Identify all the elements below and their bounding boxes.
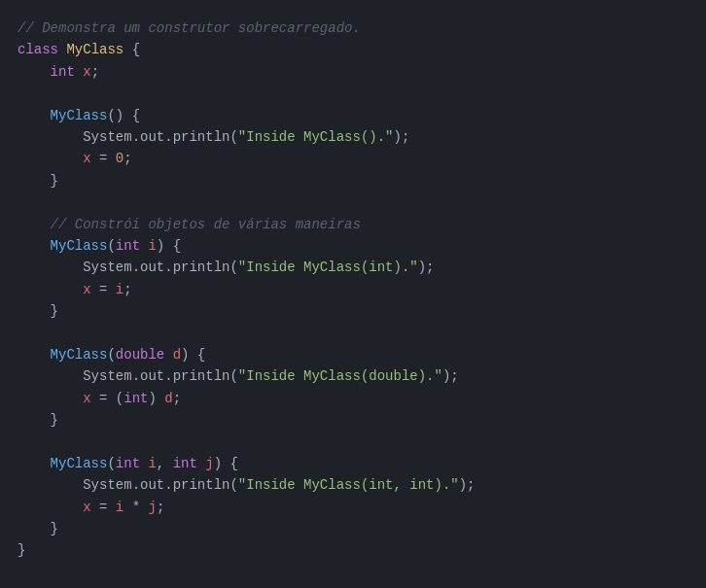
code-token: i (148, 235, 156, 257)
code-token (18, 61, 51, 83)
code-token: = (91, 279, 116, 300)
code-token: MyClass (51, 344, 108, 365)
code-token: x (83, 61, 90, 83)
code-token: i (116, 279, 124, 300)
code-line: MyClass(double d) { (16, 344, 690, 365)
code-token: System.out.println( (83, 126, 238, 148)
code-token (18, 497, 83, 518)
code-token: ) { (157, 235, 181, 257)
code-line: System.out.println("Inside MyClass(doubl… (16, 365, 690, 387)
code-line (16, 83, 690, 104)
code-token (18, 126, 83, 148)
code-token: // Constrói objetos de várias maneiras (51, 214, 361, 235)
code-line: System.out.println("Inside MyClass(int, … (16, 474, 690, 496)
code-token: "Inside MyClass(int, int)." (238, 474, 459, 496)
code-line: // Demonstra um construtor sobrecarregad… (16, 17, 690, 39)
code-token: ; (124, 148, 131, 169)
code-token: } (18, 518, 58, 539)
code-token: ; (157, 497, 164, 518)
code-line (16, 191, 690, 213)
code-token: ; (124, 279, 131, 300)
code-token: System.out.println( (83, 474, 238, 496)
code-token: , (157, 453, 173, 474)
code-token (18, 388, 83, 409)
code-line: // Constrói objetos de várias maneiras (16, 214, 690, 235)
code-token: ; (173, 388, 181, 409)
code-token: () { (107, 105, 140, 126)
code-token (197, 453, 205, 474)
code-token: MyClass (51, 235, 108, 257)
code-line: System.out.println("Inside MyClass(int).… (16, 257, 690, 278)
code-line: } (16, 170, 690, 191)
code-token: ) { (181, 344, 205, 365)
code-line: x = i * j; (16, 497, 690, 518)
code-token: int (116, 235, 140, 257)
code-token: "Inside MyClass(int)." (238, 257, 418, 278)
code-line: int x; (16, 61, 690, 83)
code-token: } (18, 539, 25, 561)
code-token: x (83, 497, 90, 518)
code-token (18, 235, 51, 257)
code-editor: // Demonstra um construtor sobrecarregad… (0, 10, 706, 570)
code-token: ( (107, 453, 115, 474)
code-token (18, 453, 51, 474)
code-token (18, 344, 51, 365)
code-token (18, 214, 51, 235)
code-token: class (18, 39, 58, 60)
code-token: "Inside MyClass()." (238, 126, 394, 148)
code-token: int (116, 453, 140, 474)
code-token: ); (418, 257, 435, 278)
code-token: MyClass (66, 39, 124, 60)
code-line: MyClass(int i, int j) { (16, 453, 690, 474)
code-token: = ( (91, 388, 124, 409)
code-token: ) { (214, 453, 238, 474)
code-token: ); (394, 126, 410, 148)
code-token (75, 61, 83, 83)
code-token: int (124, 388, 148, 409)
code-line: } (16, 409, 690, 431)
code-token (18, 279, 83, 300)
code-token (18, 474, 83, 496)
code-token: MyClass (51, 105, 108, 126)
code-token (18, 105, 51, 126)
code-token: System.out.println( (83, 257, 238, 278)
code-token: } (18, 409, 58, 431)
code-token: "Inside MyClass(double)." (238, 365, 442, 387)
code-token: 0 (116, 148, 124, 169)
code-line (16, 431, 690, 452)
code-line: MyClass() { (16, 105, 690, 126)
code-token: MyClass (51, 453, 108, 474)
code-token: i (116, 497, 124, 518)
code-token: i (148, 453, 156, 474)
code-token: d (173, 344, 181, 365)
code-token: x (83, 148, 90, 169)
code-token: j (205, 453, 213, 474)
code-line: MyClass(int i) { (16, 235, 690, 257)
code-token (140, 235, 148, 257)
code-token: int (51, 61, 75, 83)
code-token (18, 257, 83, 278)
code-token (58, 39, 66, 60)
code-token (18, 365, 83, 387)
code-token: } (18, 300, 58, 322)
code-token: = (91, 148, 116, 169)
code-token: } (18, 170, 58, 191)
code-token: { (124, 39, 140, 60)
code-line: } (16, 518, 690, 539)
code-token: double (116, 344, 164, 365)
code-line: x = i; (16, 279, 690, 300)
code-token: System.out.println( (83, 365, 238, 387)
code-line: x = (int) d; (16, 388, 690, 409)
code-line: class MyClass { (16, 39, 690, 60)
code-token: ) (148, 388, 164, 409)
code-line: } (16, 539, 690, 561)
code-token: ; (91, 61, 99, 83)
code-token (140, 453, 148, 474)
code-token (18, 148, 83, 169)
code-token: x (83, 279, 90, 300)
code-token: int (173, 453, 197, 474)
code-token: // Demonstra um construtor sobrecarregad… (18, 17, 361, 39)
code-token: x (83, 388, 90, 409)
code-token: ( (107, 344, 115, 365)
code-line: } (16, 300, 690, 322)
